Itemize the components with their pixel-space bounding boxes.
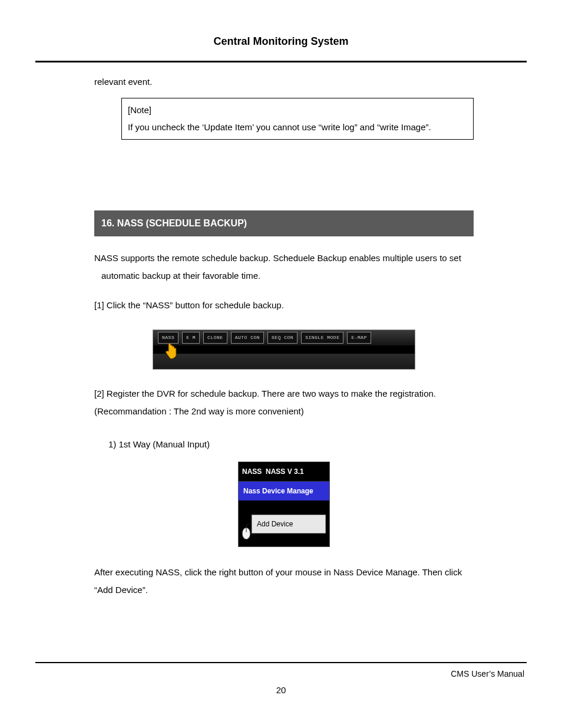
step-2-text: [2] Register the DVR for schedule backup… xyxy=(94,385,474,420)
toolbar-button-em[interactable]: E M xyxy=(182,332,200,344)
after-line2: “Add Device”. xyxy=(94,581,474,599)
header-rule xyxy=(35,61,527,62)
after-paragraph: After executing NASS, click the right bu… xyxy=(94,564,474,599)
nass-window-title: NASS NASS V 3.1 xyxy=(239,462,329,481)
nass-device-manage-header[interactable]: Nass Device Manage xyxy=(239,481,329,500)
after-line1: After executing NASS, click the right bu… xyxy=(94,564,474,581)
nass-title-version-text: NASS V 3.1 xyxy=(266,467,304,476)
toolbar-button-clone[interactable]: CLONE xyxy=(203,332,227,344)
step-2-line2: (Recommandation : The 2nd way is more co… xyxy=(94,403,474,420)
hand-pointer-icon xyxy=(165,342,178,360)
paragraph-intro-line1: NASS supports the remote schedule backup… xyxy=(94,249,474,267)
mouse-icon xyxy=(240,523,253,546)
step-1-text: [1] Click the “NASS” button for schedule… xyxy=(94,297,474,314)
toolbar-row: NASS E M CLONE AUTO CON SEQ CON SINGLE M… xyxy=(153,330,415,345)
section-header: 16. NASS (SCHEDULE BACKUP) xyxy=(94,210,474,236)
nass-window-body: Add Device xyxy=(239,500,329,546)
note-text: If you uncheck the ‘Update Item’ you can… xyxy=(128,119,467,136)
nass-title-prefix: NASS xyxy=(242,467,262,476)
toolbar-button-seqcon[interactable]: SEQ CON xyxy=(267,332,297,344)
toolbar-button-autocon[interactable]: AUTO CON xyxy=(231,332,264,344)
page-number: 20 xyxy=(0,685,562,695)
paragraph-intro: NASS supports the remote schedule backup… xyxy=(94,249,474,285)
page-title: Central Monitoring System xyxy=(35,35,527,48)
toolbar-button-singlemode[interactable]: SINGLE MODE xyxy=(301,332,343,344)
nass-window-screenshot: NASS NASS V 3.1 Nass Device Manage Add D… xyxy=(238,462,330,547)
toolbar-bottom-strip xyxy=(153,345,415,369)
add-device-menu-item[interactable]: Add Device xyxy=(252,515,326,533)
paragraph-intro-line2: automatic backup at their favorable time… xyxy=(94,267,474,285)
toolbar-button-emap[interactable]: E-MAP xyxy=(347,332,371,344)
footer-label: CMS User’s Manual xyxy=(451,669,524,678)
note-box: [Note] If you uncheck the ‘Update Item’ … xyxy=(121,98,474,140)
way1-heading: 1) 1st Way (Manual Input) xyxy=(94,436,474,453)
relevant-event-text: relevant event. xyxy=(94,73,474,91)
footer-rule xyxy=(35,662,527,663)
step-2-line1: [2] Register the DVR for schedule backup… xyxy=(94,385,474,403)
toolbar-screenshot: NASS E M CLONE AUTO CON SEQ CON SINGLE M… xyxy=(153,330,415,370)
note-label: [Note] xyxy=(128,102,467,119)
